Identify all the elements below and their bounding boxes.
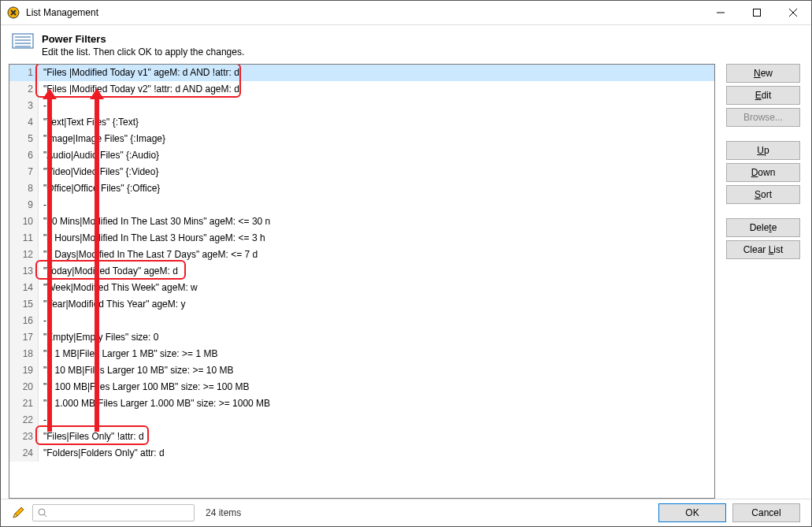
- svg-rect-1: [754, 9, 761, 17]
- row-text: "Week|Modified This Week" ageM: w: [39, 280, 714, 296]
- row-text: "Files |Modified Today v1" ageM: d AND !…: [39, 65, 714, 81]
- list-row[interactable]: 19"> 10 MB|Files Larger 10 MB" size: >= …: [9, 362, 714, 379]
- up-button[interactable]: Up: [726, 141, 800, 160]
- list-row[interactable]: 7"Video|Video Files" {:Video}: [9, 164, 714, 180]
- window: List Management Power Filters Edit the l…: [0, 0, 812, 527]
- down-button[interactable]: Down: [726, 163, 800, 182]
- list-row[interactable]: 16-: [9, 313, 714, 329]
- edit-icon[interactable]: [12, 507, 24, 519]
- list-row[interactable]: 12"7 Days|Modified In The Last 7 Days" a…: [9, 247, 714, 263]
- list-icon: [12, 33, 34, 49]
- list-row[interactable]: 10"30 Mins|Modified In The Last 30 Mins"…: [9, 213, 714, 230]
- list-row[interactable]: 11"3 Hours|Modified In The Last 3 Hours"…: [9, 230, 714, 247]
- row-number: 17: [9, 329, 39, 346]
- list-row[interactable]: 1"Files |Modified Today v1" ageM: d AND …: [9, 65, 714, 81]
- list-row[interactable]: 6"Audio|Audio Files" {:Audio}: [9, 147, 714, 164]
- list-row[interactable]: 15"Year|Modified This Year" ageM: y: [9, 296, 714, 313]
- body: 1"Files |Modified Today v1" ageM: d AND …: [1, 64, 811, 499]
- row-number: 11: [9, 230, 39, 247]
- maximize-button[interactable]: [739, 1, 775, 24]
- row-text: "> 100 MB|Files Larger 100 MB" size: >= …: [39, 379, 714, 395]
- row-text: "Office|Office Files" {:Office}: [39, 180, 714, 197]
- clear-list-button[interactable]: Clear List: [726, 240, 800, 259]
- row-text: "Audio|Audio Files" {:Audio}: [39, 147, 714, 164]
- list-row[interactable]: 21"> 1.000 MB|Files Larger 1.000 MB" siz…: [9, 395, 714, 412]
- list-row[interactable]: 5"Image|Image Files" {:Image}: [9, 131, 714, 147]
- row-text: "3 Hours|Modified In The Last 3 Hours" a…: [39, 230, 714, 247]
- row-number: 23: [9, 429, 39, 445]
- header-title: Power Filters: [42, 33, 244, 45]
- row-text: "> 10 MB|Files Larger 10 MB" size: >= 10…: [39, 362, 714, 379]
- row-text: "Empty|Empty Files" size: 0: [39, 329, 714, 346]
- row-text: "> 1.000 MB|Files Larger 1.000 MB" size:…: [39, 395, 714, 412]
- list-row[interactable]: 17"Empty|Empty Files" size: 0: [9, 329, 714, 346]
- row-number: 16: [9, 313, 39, 329]
- row-number: 3: [9, 98, 39, 114]
- ok-button[interactable]: OK: [658, 503, 726, 522]
- row-number: 8: [9, 180, 39, 197]
- row-number: 20: [9, 379, 39, 395]
- row-text: -: [39, 412, 714, 429]
- item-count: 24 items: [206, 507, 241, 518]
- list-row[interactable]: 2"Files |Modified Today v2" !attr: d AND…: [9, 81, 714, 98]
- delete-button[interactable]: Delete: [726, 218, 800, 237]
- browse-button[interactable]: Browse...: [726, 108, 800, 127]
- row-number: 24: [9, 445, 39, 462]
- header: Power Filters Edit the list. Then click …: [1, 25, 811, 64]
- list[interactable]: 1"Files |Modified Today v1" ageM: d AND …: [9, 64, 715, 499]
- row-text: -: [39, 98, 714, 114]
- search-icon: [38, 508, 47, 518]
- list-row[interactable]: 22-: [9, 412, 714, 429]
- row-text: "Files |Modified Today v2" !attr: d AND …: [39, 81, 714, 98]
- row-number: 13: [9, 263, 39, 280]
- row-text: "Today|Modified Today" ageM: d: [39, 263, 714, 280]
- row-number: 6: [9, 147, 39, 164]
- row-number: 10: [9, 213, 39, 230]
- row-number: 21: [9, 395, 39, 412]
- window-title: List Management: [26, 7, 98, 18]
- list-row[interactable]: 9-: [9, 197, 714, 213]
- row-number: 15: [9, 296, 39, 313]
- footer: 24 items OK Cancel: [1, 499, 811, 526]
- row-number: 9: [9, 197, 39, 213]
- list-row[interactable]: 14"Week|Modified This Week" ageM: w: [9, 280, 714, 296]
- row-text: -: [39, 313, 714, 329]
- list-row[interactable]: 24"Folders|Folders Only" attr: d: [9, 445, 714, 462]
- list-row[interactable]: 23"Files|Files Only" !attr: d: [9, 429, 714, 445]
- close-button[interactable]: [775, 1, 811, 24]
- sort-button[interactable]: Sort: [726, 185, 800, 204]
- row-text: "Video|Video Files" {:Video}: [39, 164, 714, 180]
- search-box[interactable]: [32, 504, 195, 521]
- row-text: "7 Days|Modified In The Last 7 Days" age…: [39, 247, 714, 263]
- sidebar: New Edit Browse... Up Down Sort Delete C…: [726, 64, 800, 499]
- row-text: "> 1 MB|Files Larger 1 MB" size: >= 1 MB: [39, 346, 714, 362]
- titlebar: List Management: [1, 1, 811, 25]
- header-subtitle: Edit the list. Then click OK to apply th…: [42, 46, 244, 58]
- row-number: 22: [9, 412, 39, 429]
- row-text: "30 Mins|Modified In The Last 30 Mins" a…: [39, 213, 714, 230]
- row-number: 4: [9, 114, 39, 131]
- list-row[interactable]: 8"Office|Office Files" {:Office}: [9, 180, 714, 197]
- new-button[interactable]: New: [726, 64, 800, 83]
- row-text: -: [39, 197, 714, 213]
- list-row[interactable]: 3-: [9, 98, 714, 114]
- list-row[interactable]: 18"> 1 MB|Files Larger 1 MB" size: >= 1 …: [9, 346, 714, 362]
- row-number: 7: [9, 164, 39, 180]
- row-number: 2: [9, 81, 39, 98]
- row-number: 18: [9, 346, 39, 362]
- list-row[interactable]: 13"Today|Modified Today" ageM: d: [9, 263, 714, 280]
- edit-button[interactable]: Edit: [726, 86, 800, 105]
- row-number: 5: [9, 131, 39, 147]
- row-text: "Files|Files Only" !attr: d: [39, 429, 714, 445]
- list-row[interactable]: 20"> 100 MB|Files Larger 100 MB" size: >…: [9, 379, 714, 395]
- cancel-button[interactable]: Cancel: [732, 503, 800, 522]
- svg-rect-2: [13, 34, 33, 48]
- row-text: "Folders|Folders Only" attr: d: [39, 445, 714, 462]
- minimize-button[interactable]: [703, 1, 739, 24]
- svg-point-3: [39, 509, 45, 515]
- app-icon: [7, 6, 20, 19]
- list-row[interactable]: 4"Text|Text Files" {:Text}: [9, 114, 714, 131]
- row-number: 19: [9, 362, 39, 379]
- row-number: 14: [9, 280, 39, 296]
- search-input[interactable]: [50, 507, 189, 519]
